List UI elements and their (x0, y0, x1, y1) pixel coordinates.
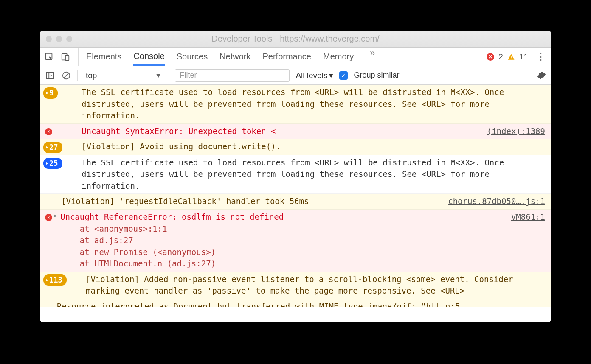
chevron-down-icon: ▾ (329, 70, 333, 80)
svg-rect-5 (47, 72, 54, 78)
expand-icon[interactable]: ▶ (54, 212, 57, 219)
message-text: The SSL certificate used to load resourc… (82, 87, 545, 122)
svg-line-9 (64, 73, 69, 78)
context-selector[interactable]: top ▾ (84, 70, 163, 81)
inspect-icon[interactable] (44, 52, 54, 62)
panel-tab-bar: Elements Console Sources Network Perform… (40, 48, 551, 66)
message-text: Uncaught ReferenceError: osdlfm is not d… (60, 211, 504, 270)
console-message[interactable]: ▶27 [Violation] Avoid using document.wri… (40, 139, 551, 155)
traffic-lights (46, 36, 72, 42)
device-toggle-icon[interactable] (60, 52, 70, 62)
message-text: [Violation] Added non-passive event list… (86, 274, 545, 297)
log-levels-selector[interactable]: All levels ▾ (296, 70, 333, 80)
repeat-badge[interactable]: ▶27 (43, 142, 62, 153)
console-message[interactable]: ▶25 The SSL certificate used to load res… (40, 155, 551, 194)
error-icon: ✕ (45, 214, 52, 221)
message-text: The SSL certificate used to load resourc… (82, 157, 545, 192)
svg-rect-2 (65, 55, 69, 60)
message-text: [Violation] Avoid using document.write()… (82, 141, 545, 153)
console-message[interactable]: ✕▶ Uncaught ReferenceError: osdlfm is no… (40, 210, 551, 272)
expand-icon: ▶ (46, 277, 48, 283)
console-toolbar: top ▾ All levels ▾ ✓ Group similar (40, 66, 551, 85)
warning-icon (507, 53, 515, 61)
svg-marker-7 (51, 74, 52, 77)
chevron-down-icon: ▾ (156, 70, 160, 80)
issue-counters[interactable]: ✕ 2 11 (483, 48, 532, 66)
tab-sources[interactable]: Sources (177, 48, 208, 66)
console-message-cutoff: Resource interpreted as Document but tra… (40, 299, 551, 307)
tab-console[interactable]: Console (133, 48, 164, 66)
expand-icon: ▶ (46, 90, 48, 96)
toggle-sidebar-icon[interactable] (45, 70, 55, 81)
error-icon: ✕ (45, 128, 52, 135)
window-title: Developer Tools - https://www.theverge.c… (40, 34, 551, 44)
minimize-dot[interactable] (56, 36, 62, 42)
error-icon: ✕ (487, 53, 494, 61)
tab-elements[interactable]: Elements (86, 48, 121, 66)
source-link[interactable]: VM861:1 (511, 211, 545, 270)
console-messages[interactable]: ▶9 The SSL certificate used to load reso… (40, 85, 551, 322)
warning-count: 11 (519, 52, 528, 62)
source-link[interactable]: chorus.87db050….js:1 (448, 196, 545, 207)
group-similar-checkbox[interactable]: ✓ (339, 71, 348, 80)
levels-label: All levels (296, 71, 327, 80)
repeat-badge[interactable]: ▶25 (43, 158, 62, 169)
console-message[interactable]: ▶113 [Violation] Added non-passive event… (40, 272, 551, 299)
devtools-window: Developer Tools - https://www.theverge.c… (40, 31, 551, 322)
panel-tabs: Elements Console Sources Network Perform… (86, 48, 375, 66)
context-label: top (86, 71, 97, 80)
group-similar-label: Group similar (354, 71, 399, 80)
clear-console-icon[interactable] (61, 70, 71, 81)
repeat-badge[interactable]: ▶113 (43, 274, 67, 286)
source-link[interactable]: (index):1389 (487, 126, 545, 137)
tab-memory[interactable]: Memory (323, 48, 354, 66)
message-text: Uncaught SyntaxError: Unexpected token < (82, 126, 479, 137)
settings-menu-icon[interactable]: ⋮ (535, 51, 547, 62)
error-count: 2 (498, 52, 503, 62)
expand-icon: ▶ (46, 144, 48, 151)
tab-performance[interactable]: Performance (263, 48, 312, 66)
close-dot[interactable] (46, 36, 52, 42)
message-text: [Violation] 'requestIdleCallback' handle… (61, 196, 440, 207)
tabs-overflow-icon[interactable]: » (370, 48, 375, 66)
svg-rect-3 (511, 56, 512, 58)
tab-network[interactable]: Network (220, 48, 250, 66)
zoom-dot[interactable] (66, 36, 72, 42)
stack-link[interactable]: ad.js:27 (94, 235, 133, 245)
titlebar: Developer Tools - https://www.theverge.c… (40, 31, 551, 48)
filter-input[interactable] (175, 69, 290, 82)
console-message[interactable]: ▶9 The SSL certificate used to load reso… (40, 85, 551, 124)
svg-rect-4 (511, 58, 512, 59)
stack-link[interactable]: ad.js:27 (172, 259, 211, 268)
gear-icon[interactable] (537, 71, 546, 80)
console-message[interactable]: [Violation] 'requestIdleCallback' handle… (40, 194, 551, 210)
repeat-badge[interactable]: ▶9 (43, 87, 58, 99)
expand-icon: ▶ (46, 160, 48, 167)
console-message[interactable]: ✕ Uncaught SyntaxError: Unexpected token… (40, 124, 551, 140)
